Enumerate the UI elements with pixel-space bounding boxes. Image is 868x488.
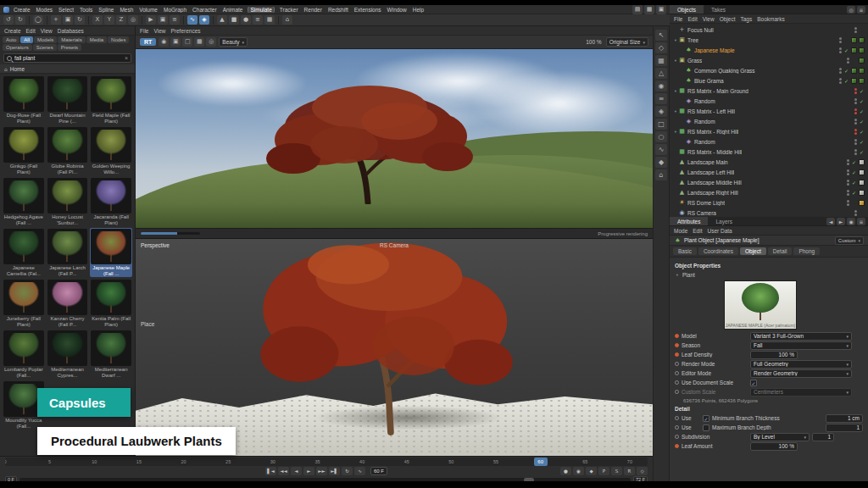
zoom-icon[interactable]: ◎	[206, 37, 216, 47]
solid-diamond-tool-icon[interactable]: ◆	[655, 157, 667, 168]
dynamics-icon[interactable]: ◈	[199, 15, 209, 25]
attr-tab-phong[interactable]: Phong	[793, 247, 820, 255]
enable-check-icon[interactable]: ✓	[859, 129, 865, 135]
layout-single-icon[interactable]: ▣	[656, 5, 666, 14]
wave-tool-icon[interactable]: ∿	[655, 144, 667, 155]
asset-juneberry-fall-plant[interactable]: Juneberry (Fall Plant)	[3, 279, 45, 328]
tex-tag-icon[interactable]	[859, 47, 865, 53]
leaf-amount-field[interactable]: 100 %	[750, 442, 798, 451]
objects-menu-object[interactable]: Object	[720, 16, 736, 22]
panel-menu-icon[interactable]: ≡	[857, 218, 865, 225]
assets-tab-presets[interactable]: Presets	[58, 44, 81, 51]
tex-tag-icon[interactable]	[859, 37, 865, 43]
menu-tracker[interactable]: Tracker	[280, 7, 298, 13]
menu-simulate[interactable]: Simulate	[248, 7, 273, 13]
asset-kanzan-cherry-fall-p[interactable]: Kanzan Cherry (Fall P...	[47, 279, 89, 328]
menu-modes[interactable]: Modes	[36, 7, 53, 13]
point-mode-icon[interactable]: ●	[241, 15, 251, 25]
enable-check-icon[interactable]: ✓	[843, 47, 849, 53]
menu-character[interactable]: Character	[192, 7, 217, 13]
viewport-panel[interactable]: Perspective RS Camera Place	[136, 238, 653, 456]
minimum-branch-thickness-field[interactable]: 1 cm	[826, 414, 863, 423]
plant-row[interactable]: ▾ Plant	[675, 270, 863, 280]
keyframe-dot[interactable]	[675, 425, 679, 430]
asset-lombardy-poplar-fall[interactable]: Lombardy Poplar (Fall...	[3, 330, 45, 379]
enable-check-icon[interactable]: ✓	[859, 149, 865, 155]
enable-check-icon[interactable]: ✓	[859, 88, 865, 94]
visibility-dots[interactable]	[839, 47, 842, 53]
visibility-dots[interactable]	[847, 169, 849, 175]
keyframe-dot[interactable]	[675, 416, 679, 420]
lines-tool-icon[interactable]: ≡	[655, 93, 667, 104]
previous-frame-button[interactable]: ◄	[291, 467, 302, 475]
visibility-dots[interactable]	[847, 180, 849, 186]
attr-tab-object[interactable]: Object	[740, 247, 766, 255]
keyframe-dot[interactable]	[675, 334, 679, 338]
attributes-menu-mode[interactable]: Mode	[674, 228, 687, 234]
visibility-dots[interactable]	[839, 68, 842, 74]
object-landscape-left-hill[interactable]: ▲Landscape Left Hill✓	[671, 167, 866, 177]
tex-tag-icon[interactable]	[851, 68, 857, 74]
menu-animate[interactable]: Animate	[223, 7, 243, 13]
enable-check-icon[interactable]: ✓	[843, 68, 849, 74]
z-axis-lock-icon[interactable]: Z	[116, 15, 126, 25]
grid-tool-icon[interactable]: ▦	[655, 55, 667, 66]
attributes-menu-edit[interactable]: Edit	[693, 228, 702, 234]
assets-tab-materials[interactable]: Materials	[58, 36, 85, 43]
enable-check-icon[interactable]: ✓	[843, 78, 849, 84]
menu-volume[interactable]: Volume	[139, 7, 158, 13]
map-tag-icon[interactable]	[859, 190, 865, 196]
assets-tab-models[interactable]: Models	[34, 36, 57, 43]
region-icon[interactable]: □	[182, 37, 192, 47]
keyframe-selection-button[interactable]: ◆	[586, 467, 597, 475]
circle-tool-icon[interactable]: ○	[655, 131, 667, 142]
rotate-tool-icon[interactable]: ↻	[75, 15, 85, 25]
tex-tag-icon[interactable]	[851, 37, 857, 43]
object-blue-grama[interactable]: ♠Blue Grama✓	[671, 75, 866, 86]
asset-kentia-palm-fall-plant[interactable]: Kentia Palm (Fall Plant)	[90, 279, 132, 328]
make-editable-icon[interactable]: ▲	[217, 15, 227, 25]
tex-tag-icon[interactable]	[859, 68, 865, 74]
enable-check-icon[interactable]: ✓	[851, 169, 857, 175]
go-to-start-button[interactable]: ▌◄	[265, 467, 276, 475]
menu-extensions[interactable]: Extensions	[354, 7, 381, 13]
layout-grid-icon[interactable]: ▦	[644, 5, 654, 14]
workplane-icon[interactable]: ⌂	[282, 15, 292, 25]
go-to-end-button[interactable]: ►▌	[329, 467, 340, 475]
undo-icon[interactable]: ↺	[3, 15, 14, 25]
tab-attributes[interactable]: Attributes	[670, 217, 708, 225]
visibility-dots[interactable]	[847, 200, 849, 206]
view-label[interactable]: Perspective	[141, 242, 170, 248]
object-tree[interactable]: ▾▣Tree	[671, 35, 866, 45]
object-grass[interactable]: ▾▣Grass	[671, 55, 866, 65]
renderview-menu-file[interactable]: File	[140, 28, 148, 34]
keyframe-dot[interactable]	[675, 380, 679, 385]
arrow-tool-icon[interactable]: ↖	[655, 30, 667, 41]
record-position-button[interactable]: P	[598, 467, 609, 475]
previous-key-button[interactable]: ◄◄	[278, 467, 289, 475]
menu-select[interactable]: Select	[58, 7, 74, 13]
objects-menu-tags[interactable]: Tags	[740, 16, 752, 22]
diamond-tool-icon[interactable]: ◇	[655, 42, 667, 53]
triangle-tool-icon[interactable]: △	[655, 68, 667, 79]
clear-search-icon[interactable]: ×	[125, 55, 128, 61]
visibility-dots[interactable]	[854, 98, 857, 104]
loop-button[interactable]: ↻	[342, 467, 353, 475]
objects-menu-bookmarks[interactable]: Bookmarks	[757, 16, 785, 22]
assets-menu-databases[interactable]: Databases	[58, 28, 84, 34]
assets-tab-media[interactable]: Media	[86, 36, 107, 43]
map-tag-icon[interactable]	[859, 169, 865, 175]
scale-tool-icon[interactable]: ▣	[63, 15, 73, 25]
menu-help[interactable]: Help	[413, 7, 424, 13]
visibility-dots[interactable]	[854, 139, 857, 145]
tab-objects[interactable]: Objects	[670, 5, 704, 14]
subdivision-level-field[interactable]: 1	[812, 433, 834, 441]
record-parameter-button[interactable]: ◇	[637, 467, 648, 475]
renderview-menu-view[interactable]: View	[153, 28, 165, 34]
keyframe-dot[interactable]	[675, 390, 679, 394]
aov-dropdown[interactable]: Beauty ▾	[219, 37, 248, 47]
editor-mode-dropdown[interactable]: Render Geometry▾	[750, 369, 852, 378]
renderview-menu-preferences[interactable]: Preferences	[170, 28, 200, 34]
assets-tab-nodes[interactable]: Nodes	[108, 36, 129, 43]
timeline-playhead[interactable]: 60	[534, 458, 548, 466]
